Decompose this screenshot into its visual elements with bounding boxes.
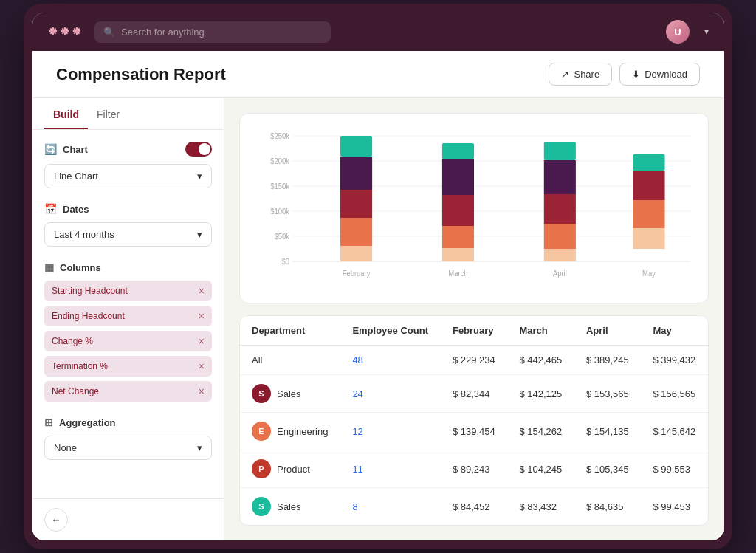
mar-cell: $ 154,262: [507, 413, 574, 450]
table-row: SSales8$ 84,452$ 83,432$ 84,635$ 99,453: [240, 488, 708, 526]
remove-starting-headcount-button[interactable]: ×: [199, 285, 205, 297]
chart-type-label: Line Chart: [54, 171, 98, 182]
col-employee-count: Employee Count: [340, 316, 441, 346]
remove-ending-headcount-button[interactable]: ×: [199, 310, 205, 322]
dept-name: Product: [277, 464, 310, 475]
table-container: Department Employee Count February March…: [239, 315, 709, 526]
calendar-icon: 📅: [44, 203, 57, 215]
svg-rect-21: [442, 248, 474, 261]
app-logo: ⁕⁕⁕: [47, 24, 83, 40]
svg-text:$0: $0: [282, 257, 290, 266]
svg-text:$200k: $200k: [270, 157, 290, 165]
tab-filter[interactable]: Filter: [88, 98, 128, 129]
feb-cell: $ 84,452: [441, 488, 508, 526]
table-row: PProduct11$ 89,243$ 104,245$ 105,345$ 99…: [240, 450, 708, 488]
dept-cell: EEngineering: [240, 413, 340, 450]
search-icon: 🔍: [103, 27, 115, 38]
chart-container: $250k $200k $150k $100k $50k $0: [239, 113, 709, 303]
sidebar-body: 🔄 Chart Line Chart ▾: [32, 130, 224, 498]
dept-badge: S: [252, 384, 271, 403]
svg-text:April: April: [553, 269, 567, 278]
search-bar[interactable]: 🔍 Search for anything: [94, 21, 331, 43]
apr-cell: $ 154,135: [574, 413, 642, 450]
download-button[interactable]: ⬇ Download: [619, 63, 700, 86]
device-shell: ⁕⁕⁕ 🔍 Search for anything U ▾ Compensati…: [24, 4, 732, 549]
dept-badge: P: [252, 459, 271, 478]
apr-cell: $ 153,565: [574, 375, 642, 413]
share-button[interactable]: ↗ Share: [549, 63, 612, 86]
download-icon: ⬇: [632, 69, 640, 80]
columns-section: ▦ Columns Starting Headcount × Ending He…: [44, 261, 212, 402]
aggregation-section-header: ⊞ Aggregation: [44, 416, 212, 428]
dept-name: Sales: [277, 501, 301, 512]
may-cell: $ 156,565: [641, 375, 708, 413]
svg-rect-28: [633, 171, 664, 200]
remove-change-pct-button[interactable]: ×: [199, 335, 205, 347]
svg-rect-30: [633, 228, 664, 249]
col-department: Department: [240, 316, 340, 346]
mar-cell: $ 442,465: [507, 346, 574, 375]
dates-value-label: Last 4 months: [54, 229, 114, 240]
chart-toggle[interactable]: [185, 142, 212, 157]
chip-termination-pct: Termination % ×: [44, 356, 212, 377]
back-button[interactable]: ←: [44, 508, 68, 532]
svg-text:March: March: [448, 269, 468, 278]
chip-label: Starting Headcount: [52, 286, 128, 296]
svg-text:February: February: [343, 269, 371, 278]
count-cell[interactable]: 48: [340, 346, 441, 375]
svg-rect-12: [340, 136, 372, 157]
body-area: Build Filter 🔄 Chart: [32, 98, 724, 540]
toggle-knob: [199, 143, 210, 155]
svg-rect-23: [544, 160, 576, 194]
may-cell: $ 145,642: [641, 413, 708, 450]
svg-rect-25: [544, 224, 576, 249]
count-cell[interactable]: 11: [340, 450, 441, 488]
data-table: Department Employee Count February March…: [240, 316, 708, 525]
svg-text:$50k: $50k: [275, 232, 290, 241]
chip-net-change: Net Change ×: [44, 381, 212, 402]
aggregation-chevron-icon: ▾: [197, 442, 202, 453]
user-avatar[interactable]: U: [666, 20, 690, 44]
chart-type-dropdown[interactable]: Line Chart ▾: [44, 164, 212, 188]
main-panel: $250k $200k $150k $100k $50k $0: [224, 98, 724, 540]
aggregation-dropdown[interactable]: None ▾: [44, 436, 212, 460]
columns-section-label: Columns: [60, 262, 101, 273]
chart-area: $250k $200k $150k $100k $50k $0: [258, 128, 690, 291]
count-cell[interactable]: 8: [340, 488, 441, 526]
count-cell[interactable]: 24: [340, 375, 441, 413]
dept-cell: SSales: [240, 375, 340, 413]
dates-dropdown[interactable]: Last 4 months ▾: [44, 222, 212, 247]
dept-cell: SSales: [240, 488, 340, 526]
apr-cell: $ 84,635: [574, 488, 642, 526]
chip-label: Change %: [52, 336, 93, 346]
remove-termination-pct-button[interactable]: ×: [199, 360, 205, 372]
table-row: All48$ 229,234$ 442,465$ 389,245$ 399,43…: [240, 346, 708, 375]
svg-rect-26: [544, 249, 576, 261]
mar-cell: $ 83,432: [507, 488, 574, 526]
svg-rect-27: [633, 154, 664, 171]
feb-cell: $ 82,344: [441, 375, 508, 413]
table-body: All48$ 229,234$ 442,465$ 389,245$ 399,43…: [240, 346, 708, 526]
svg-text:$100k: $100k: [270, 207, 290, 216]
svg-text:$150k: $150k: [270, 182, 290, 190]
chip-starting-headcount: Starting Headcount ×: [44, 281, 212, 301]
col-march: March: [507, 316, 574, 346]
svg-text:$250k: $250k: [270, 131, 290, 140]
top-nav: ⁕⁕⁕ 🔍 Search for anything U ▾: [32, 13, 724, 51]
dates-section-label: Dates: [63, 204, 89, 215]
nav-chevron-icon: ▾: [704, 27, 709, 37]
columns-chip-list: Starting Headcount × Ending Headcount × …: [44, 281, 212, 402]
dept-badge: S: [252, 497, 271, 516]
chart-section: 🔄 Chart Line Chart ▾: [44, 142, 212, 188]
svg-rect-20: [442, 226, 474, 248]
svg-rect-24: [544, 194, 576, 224]
aggregation-section: ⊞ Aggregation None ▾: [44, 416, 212, 460]
svg-rect-18: [442, 159, 474, 195]
svg-text:May: May: [642, 269, 656, 278]
tab-build[interactable]: Build: [44, 98, 88, 129]
chip-change-pct: Change % ×: [44, 331, 212, 351]
chart-section-label: Chart: [63, 144, 88, 155]
chip-ending-headcount: Ending Headcount ×: [44, 306, 212, 326]
remove-net-change-button[interactable]: ×: [199, 385, 205, 397]
count-cell[interactable]: 12: [340, 413, 441, 450]
